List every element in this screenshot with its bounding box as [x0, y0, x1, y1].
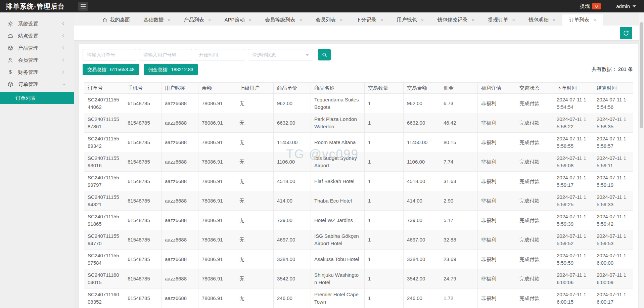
trade-total-badge: 交易总额: 6115653.48 — [83, 64, 139, 75]
chevron-left-icon — [62, 22, 66, 26]
tab-close-icon[interactable]: × — [208, 17, 211, 23]
tab[interactable]: 提现订单× — [481, 14, 522, 26]
tab-close-icon[interactable]: × — [340, 17, 343, 23]
tab-close-icon[interactable]: × — [553, 17, 556, 23]
table-row: SC2407111559758461548785aazz668878086.91… — [84, 250, 633, 269]
table-cell: 2024-07-11 15:59:33 — [593, 191, 633, 211]
tab-close-icon[interactable]: × — [421, 17, 424, 23]
table-cell: 完成付款 — [516, 269, 553, 289]
table-cell: aazz6688 — [162, 133, 198, 152]
tab[interactable]: 会员等级列表× — [258, 14, 309, 26]
table-cell: 61548785 — [124, 133, 162, 152]
hamburger-menu-icon[interactable] — [78, 2, 88, 11]
toolbar — [74, 26, 639, 41]
tab[interactable]: 钱包明细× — [522, 14, 562, 26]
trade-total-value: 6115653.48 — [110, 67, 135, 72]
column-header: 福利详情 — [478, 83, 516, 94]
chevron-left-icon — [62, 34, 66, 38]
scrollbar-thumb[interactable] — [640, 22, 643, 128]
tab[interactable]: 产品列表× — [177, 14, 218, 26]
table-row: SC2407111554406261548785aazz668878086.91… — [84, 94, 633, 113]
sidebar-subitem-order-list[interactable]: 订单列表 — [0, 92, 74, 104]
table-cell: 2024-07-11 16:00:06 — [553, 269, 593, 289]
table-cell: 无 — [236, 172, 274, 191]
tab[interactable]: 下分记录× — [350, 14, 390, 26]
table-cell: 2.90 — [440, 191, 478, 211]
table-cell: 完成付款 — [516, 250, 553, 269]
scrollbar-track[interactable] — [639, 12, 644, 308]
sidebar-item-label: 财务管理 — [18, 69, 38, 76]
table-cell: ibis budget Sydney Airport — [311, 152, 365, 172]
sidebar-item-label: 产品管理 — [18, 45, 38, 51]
tab[interactable]: APP滚动× — [218, 14, 259, 26]
stats-row: 交易总额: 6115653.48 佣金总额: 188212.83 共有数据： 2… — [83, 64, 638, 75]
table-cell: SC24071116004015 — [84, 269, 124, 289]
table-cell: 78086.91 — [198, 113, 236, 133]
sidebar-item[interactable]: 订单管理 — [0, 78, 74, 90]
tab-close-icon[interactable]: × — [299, 17, 302, 23]
table-cell: aazz6688 — [162, 113, 198, 133]
cube-icon — [7, 81, 18, 87]
tab-close-icon[interactable]: × — [249, 17, 252, 23]
table-cell: 78086.91 — [198, 250, 236, 269]
orders-table: 订单号手机号用户昵称余额上级用户商品单价商品名称交易数量交易金额佣金福利详情交易… — [84, 82, 633, 308]
table-cell: 78086.91 — [198, 152, 236, 172]
tab-close-icon[interactable]: × — [512, 17, 515, 23]
sidebar-item[interactable]: $财务管理 — [0, 66, 74, 78]
table-cell: aazz6688 — [162, 172, 198, 191]
tab[interactable]: 我的桌面 — [95, 14, 137, 26]
sidebar-item[interactable]: 产品管理 — [0, 42, 74, 54]
table-cell: 完成付款 — [516, 289, 553, 308]
table-cell: Shinjuku Washington Hotel — [311, 269, 365, 289]
table-cell: 非福利 — [478, 152, 516, 172]
user-number-input[interactable] — [139, 49, 192, 60]
content-panel: 请选择状态 交易总额: 6115653.48 佣金总额: 188212.83 共… — [79, 44, 638, 308]
table-cell: 32.88 — [440, 230, 478, 250]
table-cell: 2024-07-11 15:58:35 — [593, 113, 633, 133]
table-cell: aazz6688 — [162, 250, 198, 269]
refresh-button[interactable] — [620, 27, 632, 39]
tab[interactable]: 钱包修改记录× — [430, 14, 481, 26]
table-cell: 2024-07-11 16:00:09 — [593, 269, 633, 289]
tab-label: 钱包明细 — [528, 17, 549, 23]
start-time-input[interactable] — [195, 49, 245, 60]
tab[interactable]: 订单列表× — [562, 14, 603, 26]
table-cell: Thaba Eco Hotel — [311, 191, 365, 211]
table-cell: 2024-07-11 15:58:22 — [553, 113, 593, 133]
svg-text:$: $ — [9, 69, 12, 75]
table-cell: 2024-07-11 15:59:53 — [593, 230, 633, 250]
order-number-input[interactable] — [83, 49, 136, 60]
search-button[interactable] — [318, 49, 331, 60]
user-menu[interactable]: admin — [616, 3, 630, 9]
table-cell: 1.72 — [440, 289, 478, 308]
status-select[interactable]: 请选择状态 — [248, 49, 313, 60]
table-cell: 2024-07-11 15:54:54 — [553, 94, 593, 113]
table-cell: 无 — [236, 211, 274, 230]
table-cell: 完成付款 — [516, 152, 553, 172]
withdraw-link[interactable]: 提现 — [580, 3, 590, 9]
table-cell: 2024-07-11 16:00:15 — [553, 289, 593, 308]
tab[interactable]: 用户钱包× — [390, 14, 431, 26]
chevron-down-icon — [633, 5, 636, 7]
sidebar-item[interactable]: 系统设置 — [0, 18, 74, 30]
table-cell: 1 — [365, 269, 404, 289]
sidebar-item[interactable]: 会员管理 — [0, 54, 74, 66]
chevron-left-icon — [62, 71, 66, 74]
table-cell: 1 — [365, 133, 404, 152]
tab-close-icon[interactable]: × — [168, 17, 171, 23]
tab[interactable]: 会员列表× — [309, 14, 350, 26]
table-cell: 3384.00 — [404, 250, 440, 269]
table-cell: 非福利 — [478, 172, 516, 191]
tab-close-icon[interactable]: × — [380, 17, 383, 23]
sidebar-item-label: 订单管理 — [18, 81, 38, 88]
table-cell: 2024-07-11 15:59:42 — [593, 211, 633, 230]
table-cell: 61548785 — [124, 289, 162, 308]
table-cell: 无 — [236, 133, 274, 152]
tab-close-icon[interactable]: × — [593, 17, 596, 23]
tab-close-icon[interactable]: × — [471, 17, 474, 23]
tab[interactable]: 基础数据× — [137, 14, 177, 26]
sidebar-item[interactable]: 站点设置 — [0, 30, 74, 42]
table-row: SC2407111559432161548785aazz668878086.91… — [84, 191, 633, 211]
table-cell: aazz6688 — [162, 269, 198, 289]
table-cell: 78086.91 — [198, 172, 236, 191]
